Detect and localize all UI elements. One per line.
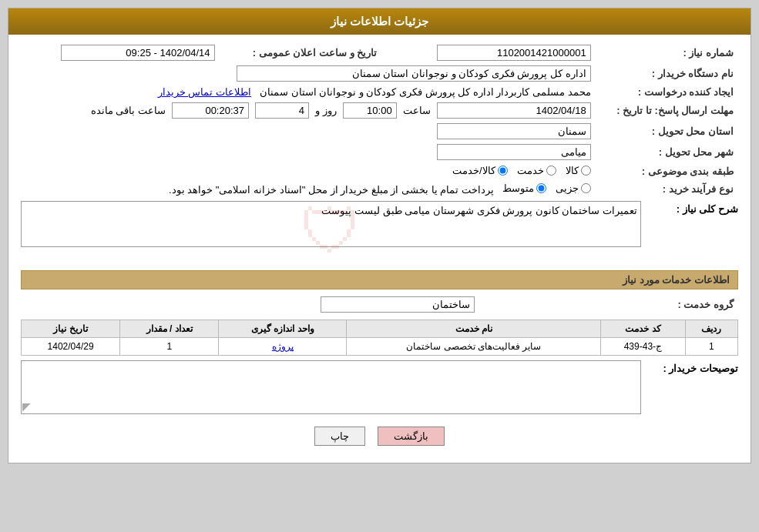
announcement-datetime-value: 1402/04/14 - 09:25 — [21, 42, 220, 63]
delivery-province-field: سمنان — [437, 123, 591, 139]
delivery-city-label: شهر محل تحویل : — [596, 142, 738, 162]
page-title: جزئیات اطلاعات نیاز — [331, 15, 428, 28]
response-deadline-label: مهلت ارسال پاسخ: تا تاریخ : — [596, 100, 738, 121]
remaining-time-field: 00:20:37 — [172, 102, 249, 119]
purchase-type-label: نوع فرآیند خرید : — [596, 180, 738, 198]
need-description-label: شرح کلی نیاز : — [646, 201, 738, 215]
service-group-label: گروه خدمت : — [479, 294, 739, 315]
services-table-body: 1 ج-43-439 سایر فعالیت‌های تخصصی ساختمان… — [22, 338, 738, 356]
cell-quantity: 1 — [120, 338, 219, 356]
response-days-label: روز و — [315, 105, 337, 116]
subject-option-goods[interactable]: کالا — [566, 165, 591, 176]
response-date-field: 1402/04/18 — [437, 102, 591, 119]
col-service-name: نام خدمت — [347, 320, 601, 338]
buyer-org-label: نام دستگاه خریدار : — [596, 63, 738, 84]
subject-radio-group: کالا خدمت کالا/خدمت — [452, 165, 591, 176]
col-quantity: تعداد / مقدار — [120, 320, 219, 338]
button-bar: بازگشت چاپ — [21, 417, 738, 455]
subject-radio-goods-service[interactable] — [498, 166, 508, 176]
basic-info-table: شماره نیاز : 1102001421000001 تاریخ و سا… — [21, 42, 738, 198]
service-group-field: ساختمان — [321, 296, 475, 313]
purchase-type-medium[interactable]: متوسط — [502, 182, 546, 194]
cell-service-code: ج-43-439 — [601, 338, 685, 356]
announcement-datetime-field: 1402/04/14 - 09:25 — [61, 45, 215, 61]
cell-unit[interactable]: پروژه — [219, 338, 347, 356]
subject-option-service[interactable]: خدمت — [517, 165, 556, 176]
purchase-type-radio-medium[interactable] — [536, 183, 546, 193]
subject-option-goods-label: کالا — [566, 165, 579, 176]
buyer-org-field: اداره کل پرورش فکری کودکان و نوجوانان اس… — [237, 65, 591, 82]
service-group-table: گروه خدمت : ساختمان — [21, 294, 738, 315]
purchase-type-partial[interactable]: جزیی — [556, 182, 591, 194]
remaining-time-label: ساعت باقی مانده — [91, 105, 166, 116]
col-need-date: تاریخ نیاز — [22, 320, 120, 338]
back-button[interactable]: بازگشت — [378, 427, 445, 446]
need-description-value: تعمیرات ساختمان کانون پرورش فکری شهرستان… — [321, 205, 637, 216]
creator-value: محمد مسلمی کاربردار اداره کل پرورش فکری … — [260, 86, 591, 98]
purchase-type-partial-label: جزیی — [556, 182, 579, 194]
contact-link[interactable]: اطلاعات تماس خریدار — [158, 86, 251, 98]
response-days-field: 4 — [255, 102, 309, 119]
purchase-type-note: پرداخت تمام یا بخشی از مبلغ خریدار از مح… — [169, 184, 494, 196]
cell-row-num: 1 — [685, 338, 737, 356]
subject-radio-goods[interactable] — [581, 166, 591, 176]
announcement-datetime-label: تاریخ و ساعت اعلان عمومی : — [220, 42, 382, 63]
subject-label: طبقه بندی موضوعی : — [596, 162, 738, 180]
creator-label: ایجاد کننده درخواست : — [596, 84, 738, 100]
purchase-type-medium-label: متوسط — [502, 182, 534, 194]
services-table: ردیف کد خدمت نام خدمت واحد اندازه گیری ت… — [21, 320, 738, 356]
buyer-description-section: توصیحات خریدار : ◤ — [21, 360, 738, 414]
buyer-description-label: توصیحات خریدار : — [646, 360, 738, 374]
subject-option-service-label: خدمت — [517, 165, 544, 176]
request-number-field: 1102001421000001 — [437, 45, 591, 61]
col-row-num: ردیف — [685, 320, 737, 338]
response-time-label: ساعت — [403, 105, 431, 116]
cell-service-name: سایر فعالیت‌های تخصصی ساختمان — [347, 338, 601, 356]
resize-icon: ◤ — [22, 400, 31, 413]
need-description-box: تعمیرات ساختمان کانون پرورش فکری شهرستان… — [21, 201, 641, 247]
services-section-title: اطلاعات خدمات مورد نیاز — [21, 270, 738, 289]
col-unit: واحد اندازه گیری — [219, 320, 347, 338]
response-time-field: 10:00 — [343, 102, 397, 119]
delivery-province-label: استان محل تحویل : — [596, 121, 738, 142]
subject-radio-service[interactable] — [546, 166, 556, 176]
col-service-code: کد خدمت — [601, 320, 685, 338]
purchase-type-radio-partial[interactable] — [581, 183, 591, 193]
request-number-label: شماره نیاز : — [596, 42, 738, 63]
services-table-header: ردیف کد خدمت نام خدمت واحد اندازه گیری ت… — [22, 320, 738, 338]
print-button[interactable]: چاپ — [314, 427, 365, 446]
request-number-value: 1102001421000001 — [397, 42, 596, 63]
buyer-description-box — [21, 360, 641, 414]
table-row: 1 ج-43-439 سایر فعالیت‌های تخصصی ساختمان… — [22, 338, 738, 356]
subject-option-goods-service[interactable]: کالا/خدمت — [452, 165, 508, 176]
subject-option-goods-service-label: کالا/خدمت — [452, 165, 495, 176]
cell-need-date: 1402/04/29 — [22, 338, 120, 356]
purchase-type-radio-group: جزیی متوسط — [502, 182, 591, 194]
need-description-section: شرح کلی نیاز : تعمیرات ساختمان کانون پرو… — [21, 201, 738, 263]
delivery-city-field: میامی — [437, 144, 591, 160]
page-header: جزئیات اطلاعات نیاز — [8, 8, 751, 35]
buyer-description-wrapper: ◤ — [21, 360, 641, 414]
